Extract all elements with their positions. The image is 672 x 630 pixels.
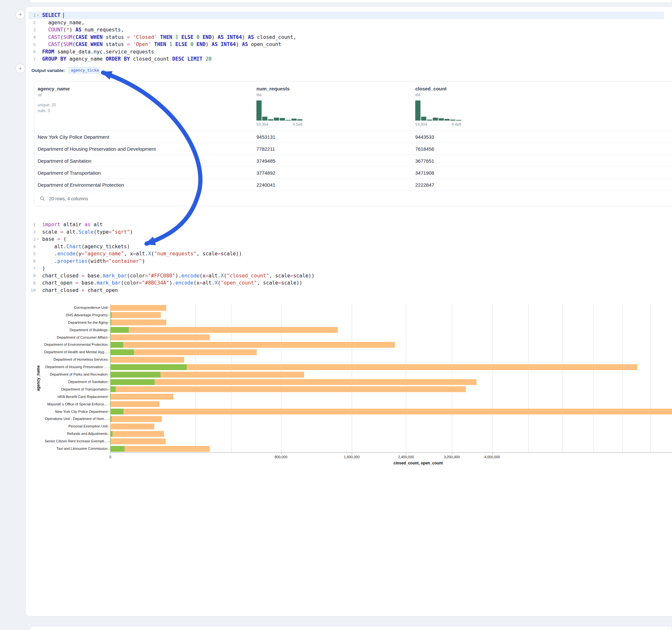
bar-closed_count	[110, 357, 184, 363]
bar-open_count	[110, 416, 112, 422]
bar-closed_count	[110, 446, 210, 452]
y-tick	[108, 427, 110, 427]
search-icon[interactable]	[40, 196, 45, 201]
bar-open_count	[110, 372, 161, 378]
table-row[interactable]: Department of Housing Preservation and D…	[34, 143, 672, 154]
output-variable-chip[interactable]: agency_tickets	[68, 67, 99, 74]
code-line[interactable]: 5 CAST(SUM(CASE WHEN status = 'Open' THE…	[28, 41, 664, 48]
table-cell: 2240041	[253, 182, 412, 188]
y-category-label: Taxi and Limousine Commission	[35, 446, 107, 451]
code-text: base = (	[40, 236, 67, 242]
histogram-range: 53,3049.5e6	[257, 122, 303, 127]
y-category-label: Department of Buildings	[35, 328, 107, 332]
y-tick	[108, 308, 110, 308]
column-header-agency_name: agency_namestrunique: 20nulls: 0	[34, 86, 253, 127]
table-row[interactable]: Department of Transportation377489234719…	[34, 167, 672, 178]
code-text: )	[40, 265, 45, 271]
code-line[interactable]: 9chart_open = base.mark_bar(color="#8BC3…	[28, 280, 664, 287]
code-line[interactable]: 2scale = alt.Scale(type="sqrt")	[28, 228, 664, 236]
column-histogram	[257, 100, 303, 121]
line-number: 1	[28, 13, 35, 18]
bar-closed_count	[110, 342, 395, 348]
column-name: agency_name	[38, 86, 250, 91]
line-number: 3	[28, 237, 35, 242]
sql-editor[interactable]: 1∨SELECT 2 agency_name,3 COUNT(*) AS num…	[28, 12, 664, 63]
code-line[interactable]: 1import altair as alt	[28, 221, 664, 228]
y-tick	[108, 434, 110, 434]
code-text: CAST(SUM(CASE WHEN status = 'Closed' THE…	[40, 34, 296, 40]
y-tick	[108, 389, 110, 390]
next-cell-edge	[29, 626, 672, 630]
code-line[interactable]: 3∨base = (	[28, 236, 664, 243]
code-line[interactable]: 2 agency_name,	[28, 19, 664, 27]
column-name: closed_count	[415, 86, 672, 91]
add-cell-button[interactable]: +	[16, 10, 25, 19]
histogram-bar	[445, 119, 450, 121]
histogram-bar	[262, 117, 267, 121]
table-cell: Department of Environmental Protection	[34, 182, 253, 188]
code-line[interactable]: 4 CAST(SUM(CASE WHEN status = 'Closed' T…	[28, 34, 664, 41]
line-number: 7	[28, 266, 35, 271]
line-number: 4	[28, 244, 35, 249]
bar-open_count	[110, 335, 111, 340]
text-cursor	[63, 13, 64, 18]
code-line[interactable]: 6FROM sample_data.nyc.service_requests	[28, 48, 664, 56]
line-number: 4	[28, 35, 35, 40]
line-number: 2	[28, 20, 35, 25]
code-line[interactable]: 3 COUNT(*) AS num_requests,	[28, 26, 664, 34]
fold-chevron-icon[interactable]: ∨	[35, 14, 40, 17]
line-number: 5	[28, 251, 35, 256]
bar-open_count	[110, 379, 154, 385]
gridline	[650, 304, 651, 453]
bar-closed_count	[110, 312, 161, 318]
bar-open_count	[110, 409, 123, 414]
histogram-bar	[280, 118, 285, 121]
bar-closed_count	[110, 386, 466, 392]
bar-open_count	[110, 386, 116, 392]
table-cell: 3774892	[253, 170, 412, 176]
previous-cell-edge	[29, 0, 672, 3]
histogram-bar	[257, 100, 262, 121]
altair-chart: agency_name closed_count, open_count 080…	[31, 301, 672, 468]
x-axis-title: closed_count, open_count	[393, 461, 443, 465]
code-line[interactable]: 7GROUP BY agency_name ORDER BY closed_co…	[28, 55, 664, 63]
results-table: agency_namestrunique: 20nulls: 0num_requ…	[34, 81, 672, 207]
code-text: COUNT(*) AS num_requests,	[40, 27, 124, 33]
table-row[interactable]: New York City Police Department945313194…	[34, 130, 672, 143]
y-category-label: Department of Transportation	[35, 387, 107, 391]
line-number: 9	[28, 281, 35, 286]
code-text: chart_open = base.mark_bar(color="#8BC34…	[40, 280, 303, 286]
code-line[interactable]: 8chart_closed = base.mark_bar(color="#FF…	[28, 272, 664, 280]
code-line[interactable]: 7)	[28, 265, 664, 272]
bar-open_count	[110, 349, 134, 355]
fold-chevron-icon[interactable]: ∨	[35, 238, 40, 241]
code-text: scale = alt.Scale(type="sqrt")	[40, 229, 133, 235]
code-text: alt.Chart(agency_tickets)	[40, 244, 130, 249]
code-text: GROUP BY agency_name ORDER BY closed_cou…	[40, 56, 212, 62]
python-editor[interactable]: 1import altair as alt2scale = alt.Scale(…	[28, 221, 664, 294]
y-category-label: DHS Advantage Programs	[35, 313, 107, 317]
table-row[interactable]: Department of Sanitation37494853677651	[34, 154, 672, 167]
y-tick	[108, 322, 110, 323]
y-tick	[108, 330, 110, 330]
table-row[interactable]: Department of Environmental Protection22…	[34, 178, 672, 191]
bar-closed_count	[110, 327, 338, 333]
histogram-bar	[297, 119, 303, 121]
code-text: chart_closed + chart_open	[40, 287, 118, 293]
code-line[interactable]: 4 alt.Chart(agency_tickets)	[28, 243, 664, 250]
code-line[interactable]: 5 .encode(y="agency_name", x=alt.X("num_…	[28, 250, 664, 258]
bar-closed_count	[110, 394, 173, 399]
histogram-bar	[439, 118, 444, 121]
y-category-label: Correspondence Unit	[35, 306, 107, 310]
bar-open_count	[110, 312, 112, 318]
output-variable-label: Output variable:	[31, 68, 65, 73]
y-tick	[108, 404, 110, 405]
code-line[interactable]: 6 .properties(width="container")	[28, 258, 664, 265]
y-category-label: Personal Exemption Unit	[35, 424, 107, 428]
bar-open_count	[110, 446, 124, 452]
column-name: num_requests	[257, 86, 409, 91]
add-cell-button[interactable]: +	[16, 64, 25, 73]
code-line[interactable]: 1∨SELECT	[28, 12, 664, 19]
bar-open_count	[110, 319, 111, 325]
code-line[interactable]: 10chart_closed + chart_open	[28, 287, 664, 294]
